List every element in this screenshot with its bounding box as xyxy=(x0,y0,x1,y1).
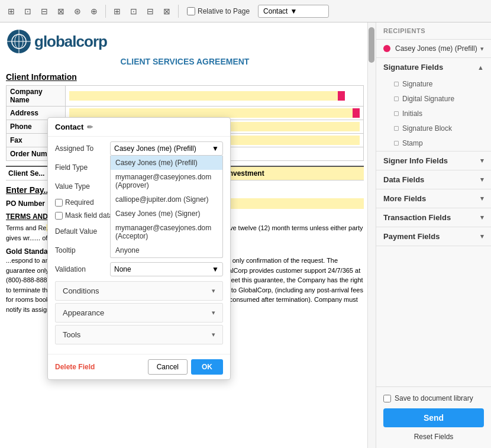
toolbar-icon-2[interactable]: ⊡ xyxy=(21,5,34,18)
relative-to-page-toggle[interactable]: Relative to Page xyxy=(187,7,250,15)
field-item-stamp[interactable]: Stamp xyxy=(380,136,487,150)
relative-checkbox[interactable] xyxy=(187,7,195,15)
assigned-to-wrapper: Casey Jones (me) (Prefill) ▼ Casey Jones… xyxy=(110,141,223,156)
more-fields-header[interactable]: More Fields ▾ xyxy=(376,189,491,208)
scroll-bar[interactable] xyxy=(367,22,376,448)
required-checkbox[interactable] xyxy=(55,199,63,207)
delete-field-button[interactable]: Delete Field xyxy=(55,363,95,371)
company-name-field[interactable] xyxy=(69,91,345,101)
transaction-fields-label: Transaction Fields xyxy=(383,213,451,222)
modal-body: Assigned To Casey Jones (me) (Prefill) ▼… xyxy=(48,137,230,352)
field-dot xyxy=(394,82,399,86)
field-item-digital-signature[interactable]: Digital Signature xyxy=(380,92,487,106)
field-properties-modal: Contact ✏ Assigned To Casey Jones (me) (… xyxy=(47,117,231,380)
conditions-accordion[interactable]: Conditions ▾ xyxy=(55,281,223,301)
toolbar-icon-9[interactable]: ⊟ xyxy=(144,5,157,18)
signer-info-header[interactable]: Signer Info Fields ▾ xyxy=(376,152,491,170)
toolbar-icon-5[interactable]: ⊛ xyxy=(71,5,84,18)
po-number-label: PO Number xyxy=(6,199,45,208)
assigned-to-dropdown[interactable]: Casey Jones (me) (Prefill) mymanager@cas… xyxy=(110,156,223,258)
value-type-label: Value Type xyxy=(55,182,105,191)
dropdown-item-5[interactable]: Anyone xyxy=(111,243,222,257)
field-item-label: Signature Block xyxy=(402,124,452,133)
signature-fields-header[interactable]: Signature Fields ▲ xyxy=(376,58,491,76)
contact-dropdown-value: Contact xyxy=(263,7,288,15)
toolbar-icon-1[interactable]: ⊞ xyxy=(5,5,18,18)
validation-label: Validation xyxy=(55,265,105,273)
save-library-row[interactable]: Save to document library xyxy=(383,394,484,402)
save-library-checkbox[interactable] xyxy=(383,395,391,402)
toolbar: ⊞ ⊡ ⊟ ⊠ ⊛ ⊕ ⊞ ⊡ ⊟ ⊠ Relative to Page Con… xyxy=(0,0,491,22)
required-checkbox-row[interactable]: Required xyxy=(55,198,94,207)
reset-fields-button[interactable]: Reset Fields xyxy=(383,433,484,441)
conditions-chevron: ▾ xyxy=(212,287,215,295)
recipient-row[interactable]: Casey Jones (me) (Prefill) ▾ xyxy=(376,40,491,58)
address-field[interactable] xyxy=(69,108,360,118)
field-type-label: Field Type xyxy=(55,163,105,172)
dropdown-item-2[interactable]: calliope@jupiter.dom (Signer) xyxy=(111,192,222,207)
dropdown-item-0[interactable]: Casey Jones (me) (Prefill) xyxy=(111,156,222,170)
appearance-accordion[interactable]: Appearance ▾ xyxy=(55,303,223,323)
signature-fields-section: Signature Fields ▲ Signature Digital Sig… xyxy=(376,58,491,152)
assigned-to-select[interactable]: Casey Jones (me) (Prefill) ▼ xyxy=(110,141,223,156)
recipients-header: RECIPIENTS xyxy=(376,22,491,40)
assigned-to-value: Casey Jones (me) (Prefill) xyxy=(114,144,196,153)
validation-arrow: ▼ xyxy=(212,265,219,273)
transaction-fields-chevron: ▾ xyxy=(480,214,484,221)
dropdown-item-4[interactable]: mymanager@caseyjones.dom (Acceptor) xyxy=(111,221,222,243)
toolbar-icon-10[interactable]: ⊠ xyxy=(160,5,173,18)
scroll-thumb[interactable] xyxy=(369,27,374,63)
payment-fields-header[interactable]: Payment Fields ▾ xyxy=(376,227,491,246)
data-fields-chevron: ▾ xyxy=(480,176,484,183)
data-fields-header[interactable]: Data Fields ▾ xyxy=(376,170,491,189)
doc-title: CLIENT SERVICES AGREEMENT xyxy=(6,57,364,66)
field-item-label: Stamp xyxy=(402,139,423,147)
field-dot xyxy=(394,126,399,131)
toolbar-sep-2 xyxy=(178,5,179,18)
document-area: globalcorp CLIENT SERVICES AGREEMENT Cli… xyxy=(0,22,376,448)
transaction-fields-header[interactable]: Transaction Fields ▾ xyxy=(376,208,491,227)
toolbar-icon-6[interactable]: ⊕ xyxy=(88,5,101,18)
required-label: Required xyxy=(65,198,94,207)
validation-row: Validation None ▼ xyxy=(55,262,223,276)
mask-field-checkbox[interactable] xyxy=(55,212,63,220)
field-item-signature-block[interactable]: Signature Block xyxy=(380,121,487,136)
contact-dropdown[interactable]: Contact ▼ xyxy=(258,5,329,18)
pink-indicator xyxy=(353,108,360,118)
signature-fields-chevron: ▲ xyxy=(477,64,484,71)
pink-indicator xyxy=(338,91,345,101)
dropdown-item-label: Anyone xyxy=(115,246,140,254)
tools-label: Tools xyxy=(63,330,80,339)
appearance-label: Appearance xyxy=(63,308,104,317)
field-item-initials[interactable]: Initials xyxy=(380,107,487,121)
tools-chevron: ▾ xyxy=(212,331,215,339)
toolbar-icon-4[interactable]: ⊠ xyxy=(54,5,67,18)
assigned-to-row: Assigned To Casey Jones (me) (Prefill) ▼… xyxy=(55,141,223,156)
ok-button[interactable]: OK xyxy=(191,359,223,375)
modal-footer: Delete Field Cancel OK xyxy=(48,354,230,379)
tools-accordion[interactable]: Tools ▾ xyxy=(55,325,223,344)
company-name-text: globalcorp xyxy=(34,33,107,51)
field-item-signature[interactable]: Signature xyxy=(380,77,487,91)
mask-field-checkbox-row[interactable]: Mask field data xyxy=(55,211,113,220)
signer-info-label: Signer Info Fields xyxy=(383,156,448,165)
send-button[interactable]: Send xyxy=(383,408,484,427)
payment-fields-chevron: ▾ xyxy=(480,233,484,240)
save-library-label: Save to document library xyxy=(395,394,473,402)
main-area: globalcorp CLIENT SERVICES AGREEMENT Cli… xyxy=(0,22,491,448)
toolbar-icon-8[interactable]: ⊡ xyxy=(127,5,140,18)
signature-fields-label: Signature Fields xyxy=(383,63,443,72)
cancel-button[interactable]: Cancel xyxy=(148,359,188,375)
more-fields-section: More Fields ▾ xyxy=(376,189,491,208)
toolbar-icon-3[interactable]: ⊟ xyxy=(38,5,51,18)
dropdown-item-label: Casey Jones (me) (Prefill) xyxy=(115,159,198,167)
recipient-chevron[interactable]: ▾ xyxy=(480,45,484,53)
dropdown-item-label: Casey Jones (me) (Signer) xyxy=(115,210,200,218)
modal-edit-icon[interactable]: ✏ xyxy=(87,123,93,131)
more-fields-chevron: ▾ xyxy=(480,195,484,202)
toolbar-icon-7[interactable]: ⊞ xyxy=(111,5,124,18)
dropdown-item-1[interactable]: mymanager@caseyjones.dom (Approver) xyxy=(111,170,222,192)
dropdown-item-3[interactable]: Casey Jones (me) (Signer) xyxy=(111,207,222,221)
signer-info-section: Signer Info Fields ▾ xyxy=(376,152,491,170)
validation-select[interactable]: None ▼ xyxy=(110,262,223,276)
